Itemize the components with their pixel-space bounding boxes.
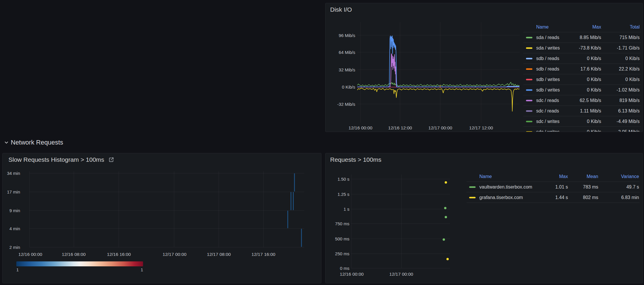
x-axis-label: 12/16 00:00	[18, 252, 42, 257]
legend-series-name[interactable]: sdc / writes	[536, 129, 559, 132]
x-axis-label: 12/16 08:00	[62, 252, 86, 257]
legend-header-total[interactable]: Total	[630, 24, 640, 30]
requests-over-100ms-panel: Requests > 100ms 1.50 s 1.25 s 1 s 750 m…	[325, 153, 643, 283]
legend-row: sdc / reads 62.5 Mib/s 819 Mib/s	[523, 95, 641, 105]
series-swatch	[526, 47, 532, 49]
legend-max-value: 17.6 Kib/s	[580, 66, 601, 72]
series-sda-writes	[357, 88, 520, 111]
series-swatch	[526, 89, 532, 91]
legend-total-value: 715 Mib/s	[620, 35, 640, 40]
x-axis-label: 12/16 12:00	[388, 125, 412, 131]
legend-row: sdc / reads 1.11 Mib/s 6.13 Mib/s	[523, 105, 641, 116]
chevron-down-icon	[4, 140, 9, 145]
heatmap-cell[interactable]	[293, 192, 294, 210]
legend-row: sdc / writes 0 Kib/s -4.49 Mib/s	[523, 116, 641, 126]
legend-header-max[interactable]: Max	[559, 174, 568, 179]
legend-total-value: -1.02 Mib/s	[617, 87, 640, 93]
heatmap-cell[interactable]	[294, 173, 295, 191]
series-sda-reads	[357, 82, 520, 86]
x-axis-label: 12/17 08:00	[207, 252, 231, 257]
legend-max-value: 62.5 Mib/s	[580, 98, 601, 103]
x-axis-label: 12/16 16:00	[107, 252, 131, 257]
legend-row: sdb / writes 0 Kib/s -1.02 Mib/s	[523, 85, 641, 95]
x-axis-label: 12/16 00:00	[340, 272, 364, 277]
requests-legend-table: Name Max Mean Variance vaultwarden.tiser…	[467, 171, 640, 203]
legend-series-name[interactable]: sdc / writes	[536, 119, 559, 124]
series-swatch	[526, 68, 532, 70]
legend-series-name[interactable]: sdc / reads	[536, 98, 559, 103]
color-scale-min: 1	[16, 267, 19, 272]
series-swatch	[469, 197, 476, 198]
legend-total-value: 0 Kib/s	[625, 77, 640, 82]
legend-header-row: Name Max Total	[523, 22, 641, 32]
x-axis-label: 12/16 00:00	[349, 125, 372, 131]
legend-header-name[interactable]: Name	[479, 174, 492, 179]
legend-row: vaultwarden.tiserbox.com 1.01 s 783 ms 4…	[467, 182, 640, 192]
legend-mean-value: 783 ms	[583, 184, 598, 190]
scatter-point[interactable]	[445, 216, 447, 218]
y-axis-label: 32 Mib/s	[329, 67, 355, 72]
legend-total-value: 0 Kib/s	[625, 56, 640, 61]
scatter-point[interactable]	[446, 258, 449, 260]
series-read-burst	[357, 36, 520, 87]
heatmap-color-scale	[16, 261, 143, 266]
legend-header-mean[interactable]: Mean	[587, 174, 598, 179]
x-axis-label: 12/17 00:00	[428, 125, 452, 131]
series-swatch	[526, 37, 532, 38]
grid	[357, 22, 520, 123]
legend-series-name[interactable]: vaultwarden.tiserbox.com	[479, 184, 532, 190]
x-axis-label: 12/17 16:00	[251, 252, 275, 257]
legend-series-name[interactable]: sda / reads	[536, 35, 559, 40]
series-swatch	[526, 131, 532, 132]
series-swatch	[526, 100, 532, 101]
disk-io-chart[interactable]	[357, 22, 520, 123]
legend-max-value: 1.01 s	[555, 184, 568, 190]
disk-legend-table: Name Max Total sda / reads 8.85 Mib/s 71…	[523, 22, 641, 132]
legend-max-value: -73.8 Kib/s	[579, 45, 601, 51]
legend-max-value: 0 Kib/s	[587, 129, 601, 132]
legend-series-name[interactable]: sdb / writes	[536, 77, 560, 82]
legend-header-name[interactable]: Name	[536, 24, 549, 30]
series-swatch	[526, 110, 532, 112]
x-axis-label: 12/17 00:00	[163, 252, 186, 257]
y-axis-label: 64 Mib/s	[329, 50, 355, 55]
legend-series-name[interactable]: grafana.tiserbox.com	[479, 195, 523, 200]
heatmap-cell[interactable]	[291, 192, 291, 210]
scatter-point[interactable]	[445, 181, 447, 184]
legend-mean-value: 802 ms	[583, 195, 598, 200]
heatmap-cell[interactable]	[301, 229, 302, 247]
heatmap-cell[interactable]	[287, 211, 288, 228]
legend-max-value: 8.85 Mib/s	[580, 35, 601, 40]
legend-row: sda / reads 8.85 Mib/s 715 Mib/s	[523, 32, 641, 43]
y-axis-label: 0 Kib/s	[329, 85, 355, 89]
legend-series-name[interactable]: sda / writes	[536, 45, 560, 51]
legend-series-name[interactable]: sdb / reads	[536, 66, 559, 72]
legend-series-name[interactable]: sdc / reads	[536, 108, 559, 114]
legend-header-max[interactable]: Max	[592, 24, 601, 30]
legend-header-row: Name Max Mean Variance	[467, 171, 640, 182]
legend-series-name[interactable]: sdb / reads	[536, 56, 559, 61]
row-header-network-requests[interactable]: Network Requests	[4, 139, 63, 146]
y-axis-label: -32 Mib/s	[329, 102, 355, 107]
legend-total-value: -2.05 Mib/s	[617, 129, 640, 132]
scatter-point[interactable]	[444, 207, 446, 209]
legend-max-value: 0 Kib/s	[587, 87, 601, 93]
series-swatch	[469, 186, 476, 188]
legend-header-variance[interactable]: Variance	[621, 174, 639, 179]
legend-max-value: 1.44 s	[555, 195, 568, 200]
legend-variance-value: 49.7 s	[626, 184, 639, 190]
legend-total-value: 22.2 Kib/s	[619, 66, 640, 72]
scatter-point[interactable]	[443, 238, 445, 241]
legend-max-value: 0 Kib/s	[587, 119, 601, 124]
panel-title[interactable]: Disk I/O	[330, 6, 352, 13]
legend-variance-value: 6.83 min	[621, 195, 639, 200]
row-header-label: Network Requests	[11, 139, 63, 146]
legend-row: sdc / writes 0 Kib/s -2.05 Mib/s	[523, 126, 641, 132]
disk-io-panel: Disk I/O 96 Mib/s 64 Mib/s 32 Mib/s 0 Ki…	[325, 3, 643, 132]
legend-series-name[interactable]: sdb / writes	[536, 87, 560, 93]
legend-total-value: 819 Mib/s	[620, 98, 640, 103]
x-axis-label: 12/17 00:00	[389, 272, 413, 277]
legend-row: sdb / reads 0 Kib/s 0 Kib/s	[523, 53, 641, 64]
legend-total-value: -1.71 Gib/s	[617, 45, 640, 51]
series-swatch	[526, 121, 532, 122]
